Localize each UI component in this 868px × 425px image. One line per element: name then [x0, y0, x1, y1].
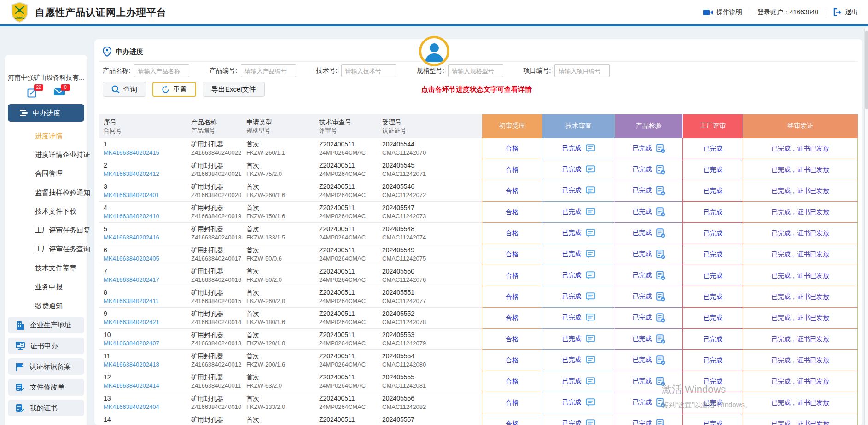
status-link[interactable]: 已完成 — [562, 208, 582, 215]
status-link[interactable]: 已完成 — [633, 165, 652, 173]
sidebar-item-my-certificates[interactable]: 我的证书 — [8, 400, 84, 416]
report-document-icon[interactable] — [656, 165, 665, 175]
contract-link[interactable]: MK41663840202415 — [104, 149, 182, 157]
contract-link[interactable]: MK41663840202404 — [104, 403, 182, 411]
report-document-icon[interactable] — [656, 186, 665, 196]
sidebar-item-contract-management[interactable]: 合同管理 — [5, 164, 87, 183]
logout-button[interactable]: 退出 — [833, 8, 858, 17]
contract-link[interactable]: MK41663840202401 — [104, 191, 182, 199]
message-bubble-icon[interactable] — [586, 292, 595, 301]
sidebar-item-tech-file-seal[interactable]: 技术文件盖章 — [5, 258, 87, 277]
scrollbar[interactable] — [864, 28, 868, 425]
contract-link[interactable]: MK41663840202417 — [104, 276, 182, 284]
status-link[interactable]: 已完成 — [703, 378, 722, 385]
report-document-icon[interactable] — [656, 398, 665, 408]
report-document-icon[interactable] — [656, 207, 665, 217]
status-link[interactable]: 已完成 — [633, 144, 652, 151]
message-bubble-icon[interactable] — [586, 419, 595, 425]
message-bubble-icon[interactable] — [586, 335, 595, 343]
contract-link[interactable]: MK41663840202416 — [104, 233, 182, 242]
status-link[interactable]: 合格 — [506, 208, 518, 215]
status-link[interactable]: 合格 — [506, 145, 518, 152]
sidebar-item-certificate-application[interactable]: 证书申办 — [8, 338, 84, 354]
status-link[interactable]: 已完成，证书已发放 — [771, 208, 829, 215]
status-link[interactable]: 已完成 — [633, 419, 652, 425]
status-link[interactable]: 已完成 — [562, 419, 582, 425]
contract-link[interactable]: MK41663840202418 — [104, 361, 182, 369]
report-document-icon[interactable] — [656, 271, 665, 280]
sidebar-item-business-declaration[interactable]: 业务申报 — [5, 277, 87, 296]
status-link[interactable]: 已完成 — [703, 399, 722, 406]
status-link[interactable]: 已完成 — [633, 377, 652, 384]
status-link[interactable]: 已完成 — [633, 229, 652, 236]
status-link[interactable]: 已完成，证书已发放 — [771, 250, 829, 258]
status-link[interactable]: 合格 — [506, 272, 518, 279]
message-bubble-icon[interactable] — [586, 356, 595, 365]
avatar[interactable] — [419, 36, 449, 66]
message-bubble-icon[interactable] — [586, 144, 595, 153]
spec-model-input[interactable] — [448, 64, 503, 77]
status-link[interactable]: 已完成 — [562, 271, 582, 279]
sidebar-item-application-progress[interactable]: 申办进度 — [8, 104, 84, 122]
status-link[interactable]: 已完成 — [703, 293, 722, 300]
status-link[interactable]: 已完成，证书已发放 — [771, 314, 829, 321]
status-link[interactable]: 已完成 — [703, 187, 722, 194]
sidebar-item-document-change-form[interactable]: 文件修改单 — [8, 379, 84, 396]
status-link[interactable]: 已完成 — [703, 420, 722, 425]
message-bubble-icon[interactable] — [586, 398, 595, 407]
message-bubble-icon[interactable] — [586, 229, 595, 238]
search-button[interactable]: 查询 — [103, 82, 146, 97]
contract-link[interactable]: MK41663840202414 — [104, 382, 182, 390]
status-link[interactable]: 已完成 — [562, 377, 582, 384]
status-link[interactable]: 已完成 — [633, 314, 652, 321]
help-link[interactable]: 操作说明 — [703, 8, 742, 17]
status-link[interactable]: 已完成 — [562, 292, 582, 300]
contract-link[interactable]: MK41663840202421 — [104, 318, 182, 326]
status-link[interactable]: 合格 — [506, 293, 518, 300]
status-link[interactable]: 合格 — [506, 420, 518, 425]
status-link[interactable]: 合格 — [506, 314, 518, 321]
status-link[interactable]: 已完成，证书已发放 — [771, 272, 829, 279]
report-document-icon[interactable] — [656, 292, 665, 302]
contract-link[interactable]: MK41663840202412 — [104, 170, 182, 178]
status-link[interactable]: 已完成 — [703, 314, 722, 321]
status-link[interactable]: 已完成 — [562, 356, 582, 363]
mail-messages-button[interactable]: 0 — [54, 87, 65, 98]
message-bubble-icon[interactable] — [586, 377, 595, 386]
report-document-icon[interactable] — [656, 144, 665, 153]
status-link[interactable]: 已完成 — [562, 314, 582, 321]
status-link[interactable]: 已完成，证书已发放 — [771, 335, 829, 343]
status-link[interactable]: 已完成，证书已发放 — [771, 166, 829, 173]
status-link[interactable]: 合格 — [506, 187, 518, 194]
contract-link[interactable]: MK41663840202410 — [104, 212, 182, 221]
status-link[interactable]: 已完成 — [562, 398, 582, 406]
status-link[interactable]: 已完成 — [703, 272, 722, 279]
status-link[interactable]: 合格 — [506, 378, 518, 385]
status-link[interactable]: 已完成 — [562, 144, 582, 151]
message-bubble-icon[interactable] — [586, 250, 595, 259]
sidebar-item-supervision-sampling-notice[interactable]: 监督抽样检验通知 — [5, 183, 87, 202]
report-document-icon[interactable] — [656, 334, 665, 344]
report-document-icon[interactable] — [656, 228, 665, 238]
status-link[interactable]: 合格 — [506, 335, 518, 343]
message-bubble-icon[interactable] — [586, 271, 595, 280]
status-link[interactable]: 已完成 — [703, 229, 722, 237]
status-link[interactable]: 已完成 — [633, 292, 652, 300]
sidebar-item-progress-detail[interactable]: 进度详情 — [5, 126, 87, 145]
status-link[interactable]: 已完成，证书已发放 — [771, 399, 829, 406]
status-link[interactable]: 已完成 — [633, 335, 652, 342]
contract-link[interactable]: MK41663840202411 — [104, 297, 182, 305]
status-link[interactable]: 已完成 — [703, 250, 722, 258]
status-link[interactable]: 已完成 — [703, 166, 722, 173]
sidebar-item-production-address[interactable]: 企业生产地址 — [8, 317, 84, 333]
status-link[interactable]: 已完成 — [703, 145, 722, 152]
tech-no-input[interactable] — [341, 64, 396, 77]
status-link[interactable]: 已完成 — [703, 356, 722, 364]
status-link[interactable]: 已完成，证书已发放 — [771, 145, 829, 152]
edit-messages-button[interactable]: 22 — [27, 87, 38, 98]
status-link[interactable]: 已完成，证书已发放 — [771, 187, 829, 194]
status-link[interactable]: 已完成 — [562, 165, 582, 173]
sidebar-item-factory-review-query[interactable]: 工厂评审任务查询 — [5, 239, 87, 258]
report-document-icon[interactable] — [656, 313, 665, 323]
status-link[interactable]: 已完成，证书已发放 — [771, 229, 829, 237]
